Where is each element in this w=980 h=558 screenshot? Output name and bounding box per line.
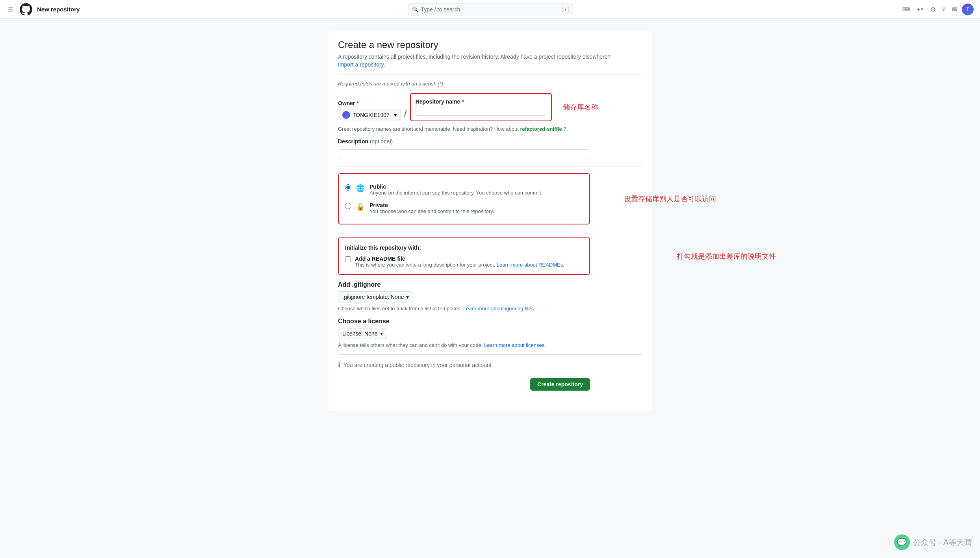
globe-icon: 🌐 — [356, 184, 365, 193]
header-divider — [338, 74, 642, 74]
github-logo — [20, 3, 32, 16]
inbox-icon: ✉ — [952, 6, 957, 13]
gitignore-link[interactable]: Learn more about ignoring files. — [463, 306, 535, 311]
public-desc: Anyone on the internet can see this repo… — [369, 190, 542, 196]
suggestion-text: Great repository names are short and mem… — [338, 126, 642, 132]
private-radio[interactable] — [345, 203, 351, 209]
required-note: Required fields are marked with an aster… — [338, 81, 642, 87]
page-heading: Create a new repository — [338, 39, 642, 50]
owner-value: TONGXIE1907 — [353, 112, 390, 118]
repo-name-required-star: * — [462, 98, 464, 105]
owner-group: Owner * TONGXIE1907 ▾ — [338, 100, 401, 121]
readme-link[interactable]: Learn more about READMEs. — [497, 262, 564, 268]
plus-icon: + — [917, 6, 920, 13]
license-chevron-icon: ▾ — [380, 330, 383, 337]
license-btn-label: License: None — [342, 330, 378, 337]
visibility-section: 🌐 Public Anyone on the internet can see … — [338, 173, 590, 224]
header-left: ☰ New repository — [6, 3, 80, 16]
owner-label: Owner * — [338, 100, 401, 106]
app-header: ☰ New repository 🔍 / ⌨ + ▾ ⊙ ⑂ ✉ T — [0, 0, 980, 19]
public-option: 🌐 Public Anyone on the internet can see … — [345, 180, 583, 199]
lock-icon: 🔒 — [356, 202, 365, 211]
readme-checkbox[interactable] — [345, 256, 351, 262]
private-label: Private — [369, 202, 494, 208]
readme-annotation: 打勾就是添加出差库的说明文件 — [677, 252, 776, 261]
license-section: Choose a license License: None ▾ A licen… — [338, 318, 590, 348]
visibility-wrapper: 🌐 Public Anyone on the internet can see … — [338, 173, 590, 224]
chevron-icon: ▾ — [921, 7, 923, 12]
private-option: 🔒 Private You choose who can see and com… — [345, 199, 583, 217]
page-subtitle: A repository contains all project files,… — [338, 54, 642, 60]
search-box[interactable]: 🔍 / — [408, 4, 573, 15]
license-helper: A license tells others what they can and… — [338, 342, 590, 348]
license-heading: Choose a license — [338, 318, 590, 325]
hamburger-button[interactable]: ☰ — [6, 4, 15, 15]
owner-chevron-icon: ▾ — [394, 112, 397, 118]
search-input[interactable] — [421, 6, 561, 13]
search-slash-badge: / — [562, 6, 568, 13]
license-dropdown[interactable]: License: None ▾ — [338, 328, 387, 339]
search-icon: 🔍 — [412, 6, 419, 13]
issues-button[interactable]: ⊙ — [929, 4, 937, 15]
readme-text: Add a README file This is where you can … — [355, 256, 564, 268]
private-radio-text: Private You choose who can see and commi… — [369, 202, 494, 214]
initialize-section: Initialize this repository with: Add a R… — [338, 237, 590, 275]
info-icon: ℹ — [338, 361, 340, 369]
license-link[interactable]: Learn more about licenses. — [484, 342, 546, 348]
pullrequest-icon: ⑂ — [942, 6, 946, 13]
bottom-divider — [338, 354, 642, 355]
gitignore-helper: Choose which files not to track from a l… — [338, 306, 590, 311]
public-label: Public — [369, 184, 542, 190]
owner-select[interactable]: TONGXIE1907 ▾ — [338, 109, 401, 121]
import-link[interactable]: Import a repository. — [338, 61, 385, 68]
avatar[interactable]: T — [962, 4, 974, 15]
repo-name-annotation: 储存库名称 — [563, 102, 598, 112]
gitignore-section: Add .gitignore .gitignore template: None… — [338, 281, 590, 311]
search-area: 🔍 / — [408, 4, 573, 15]
terminal-button[interactable]: ⌨ — [901, 5, 911, 14]
description-label: Description (optional) — [338, 138, 590, 145]
info-note: ℹ You are creating a public repository i… — [338, 361, 590, 369]
private-desc: You choose who can see and commit to thi… — [369, 208, 494, 214]
terminal-icon: ⌨ — [902, 6, 910, 12]
pullrequest-button[interactable]: ⑂ — [940, 4, 947, 15]
readme-option: Add a README file This is where you can … — [345, 256, 583, 268]
slash-separator: / — [404, 108, 407, 121]
owner-required-star: * — [356, 100, 358, 106]
readme-desc: This is where you can write a long descr… — [355, 262, 564, 268]
suggestion-link[interactable]: refactored-sniffle — [520, 126, 562, 132]
public-radio-text: Public Anyone on the internet can see th… — [369, 184, 542, 196]
gitignore-chevron-icon: ▾ — [406, 294, 409, 300]
repo-name-input[interactable] — [416, 105, 546, 116]
initialize-wrapper: Initialize this repository with: Add a R… — [338, 237, 642, 275]
owner-avatar — [342, 111, 350, 119]
gitignore-dropdown[interactable]: .gitignore template: None ▾ — [338, 291, 413, 302]
create-repository-button[interactable]: Create repository — [530, 378, 590, 391]
issues-icon: ⊙ — [930, 6, 935, 13]
public-radio[interactable] — [345, 184, 351, 191]
repo-name-label: Repository name * — [416, 98, 464, 105]
page-title: New repository — [37, 6, 80, 13]
initialize-heading: Initialize this repository with: — [345, 245, 583, 251]
readme-label: Add a README file — [355, 256, 564, 262]
inbox-button[interactable]: ✉ — [950, 4, 959, 15]
main-content: Create a new repository A repository con… — [329, 32, 651, 411]
description-input[interactable] — [338, 149, 590, 160]
gitignore-heading: Add .gitignore — [338, 281, 590, 288]
hamburger-icon: ☰ — [8, 6, 13, 13]
visibility-annotation: 设置存储库别人是否可以访问 — [624, 194, 716, 204]
description-group: Description (optional) — [338, 138, 590, 160]
gitignore-btn-label: .gitignore template: None — [342, 294, 404, 300]
header-actions: ⌨ + ▾ ⊙ ⑂ ✉ T — [901, 4, 974, 15]
description-optional: (optional) — [370, 138, 393, 145]
section-divider-2 — [338, 231, 642, 231]
add-button[interactable]: + ▾ — [915, 5, 926, 14]
create-btn-area: Create repository — [338, 378, 590, 391]
repo-name-box: Repository name * — [410, 93, 552, 121]
section-divider — [338, 167, 642, 167]
